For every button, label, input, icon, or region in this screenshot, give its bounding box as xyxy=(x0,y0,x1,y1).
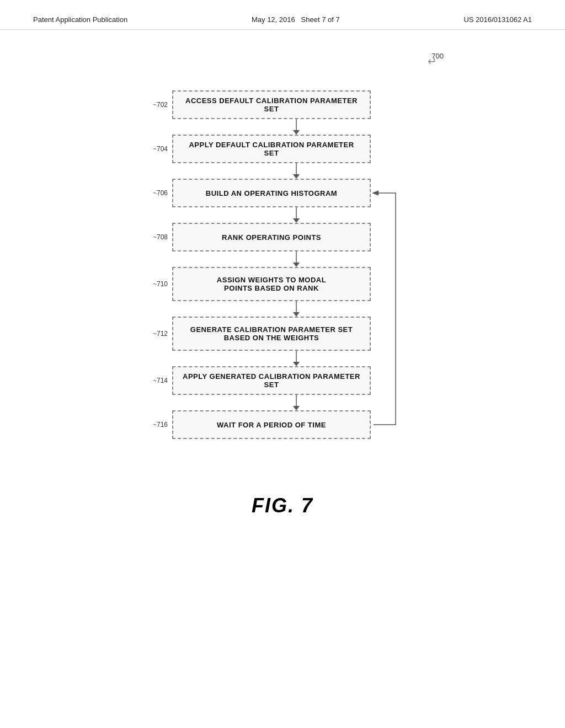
step-714-box: APPLY GENERATED CALIBRATION PARAMETER SE… xyxy=(172,366,371,395)
step-706-row: ~706 BUILD AN OPERATING HISTOGRAM xyxy=(145,179,420,207)
step-708-label: ~708 xyxy=(145,233,172,241)
step-708-row: ~708 RANK OPERATING POINTS xyxy=(145,223,420,251)
svg-marker-3 xyxy=(293,174,300,179)
arrow-6 xyxy=(282,351,310,366)
step-704-box: APPLY DEFAULT CALIBRATION PARAMETER SET xyxy=(172,135,371,163)
svg-marker-9 xyxy=(293,312,300,317)
svg-marker-13 xyxy=(293,406,300,410)
svg-marker-7 xyxy=(293,263,300,267)
page-header: Patent Application Publication May 12, 2… xyxy=(0,0,565,30)
header-right: US 2016/0131062 A1 xyxy=(463,15,532,24)
step-714-row: ~714 APPLY GENERATED CALIBRATION PARAMET… xyxy=(145,366,420,395)
svg-marker-11 xyxy=(293,362,300,366)
step-712-box: GENERATE CALIBRATION PARAMETER SET BASED… xyxy=(172,317,371,351)
arrow-7 xyxy=(282,395,310,410)
step-702-row: ~702 ACCESS DEFAULT CALIBRATION PARAMETE… xyxy=(145,90,420,119)
step-710-box: ASSIGN WEIGHTS TO MODAL POINTS BASED ON … xyxy=(172,267,371,301)
date-label: May 12, 2016 xyxy=(252,15,295,24)
flow-steps: ~702 ACCESS DEFAULT CALIBRATION PARAMETE… xyxy=(145,90,420,439)
arrow-3 xyxy=(282,207,310,223)
step-706-label: ~706 xyxy=(145,189,172,197)
step-706-box: BUILD AN OPERATING HISTOGRAM xyxy=(172,179,371,207)
patent-number: US 2016/0131062 A1 xyxy=(463,15,532,24)
publication-label: Patent Application Publication xyxy=(33,15,127,24)
step-716-row: ~716 WAIT FOR A PERIOD OF TIME xyxy=(145,410,420,439)
step-716-label: ~716 xyxy=(145,421,172,429)
step-704-label: ~704 xyxy=(145,145,172,153)
step-702-box: ACCESS DEFAULT CALIBRATION PARAMETER SET xyxy=(172,90,371,119)
flow-diagram: ~702 ACCESS DEFAULT CALIBRATION PARAMETE… xyxy=(145,74,420,439)
step-712-row: ~712 GENERATE CALIBRATION PARAMETER SET … xyxy=(145,317,420,351)
arrow-4 xyxy=(282,251,310,267)
step-704-row: ~704 APPLY DEFAULT CALIBRATION PARAMETER… xyxy=(145,135,420,163)
step-712-label: ~712 xyxy=(145,330,172,338)
fig-label: FIG. 7 xyxy=(0,494,565,517)
sheet-label: Sheet 7 of 7 xyxy=(301,15,340,24)
step-708-box: RANK OPERATING POINTS xyxy=(172,223,371,251)
svg-marker-1 xyxy=(293,130,300,135)
diagram-area: 700 ↵ ~702 ACCESS DEFAULT CALIBRATION PA… xyxy=(0,30,565,450)
header-center: May 12, 2016 Sheet 7 of 7 xyxy=(252,15,340,24)
step-702-label: ~702 xyxy=(145,101,172,109)
arrow-1 xyxy=(282,119,310,135)
svg-marker-5 xyxy=(293,218,300,223)
arrow-2 xyxy=(282,163,310,179)
step-710-row: ~710 ASSIGN WEIGHTS TO MODAL POINTS BASE… xyxy=(145,267,420,301)
step-716-box: WAIT FOR A PERIOD OF TIME xyxy=(172,410,371,439)
header-left: Patent Application Publication xyxy=(33,15,127,24)
step-714-label: ~714 xyxy=(145,377,172,384)
arrow-5 xyxy=(282,301,310,317)
step-710-label: ~710 xyxy=(145,280,172,288)
